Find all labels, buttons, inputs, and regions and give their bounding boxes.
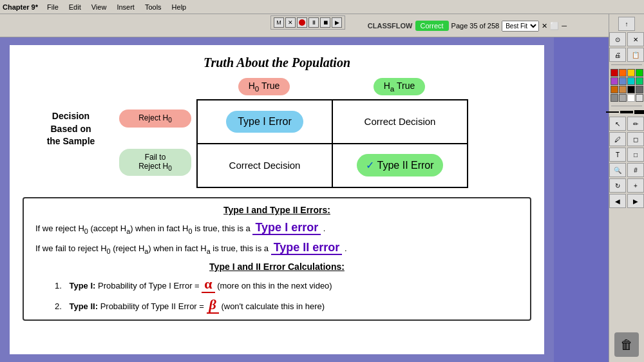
color-offwhite[interactable] [636, 94, 643, 102]
menu-view[interactable]: View [89, 3, 109, 12]
rt-btn-b[interactable]: ✕ [627, 32, 644, 46]
color-red[interactable] [611, 69, 618, 77]
type-i-error-text: Type I error [252, 221, 321, 235]
decision-label: DecisionBased onthe Sample [23, 78, 119, 148]
toolbar-row: M ✕ ⏸ ⏹ ▶ CLASSFLOW Correct Page 35 of 2… [0, 14, 644, 37]
rt-btn-a[interactable]: ⊙ [609, 32, 626, 46]
cell-correct-decision-1: Correct Decision [332, 100, 468, 144]
decision-label-text: DecisionBased onthe Sample [47, 111, 95, 146]
cell-correct-decision-2: Correct Decision [197, 144, 332, 187]
color-gray2[interactable] [611, 94, 618, 102]
rec-play-btn[interactable]: ▶ [332, 17, 342, 28]
calc-tool-btn[interactable]: # [627, 163, 644, 177]
rec-x-btn[interactable]: ✕ [285, 17, 296, 28]
calc-item-1-number: 1. [55, 281, 62, 291]
arrow-tool-btn[interactable]: ↖ [609, 117, 626, 131]
divider-1 [611, 64, 642, 65]
color-green2[interactable] [636, 77, 643, 85]
rt-tool-row-2: 🖊 ◻ [609, 132, 644, 146]
table-row-2: Correct Decision ✓ Type II Error [197, 144, 468, 187]
color-lightgray[interactable] [619, 94, 627, 102]
app-title: Chapter 9* [3, 3, 38, 11]
classflow-bar: CLASSFLOW Correct Page 35 of 258 Best Fi… [368, 14, 567, 37]
line2-end: . [345, 243, 347, 253]
rec-stop-btn[interactable]: ⏹ [320, 17, 330, 28]
prev-btn[interactable]: ◀ [609, 194, 626, 208]
main-content: Truth About the Population DecisionBased… [0, 37, 554, 362]
color-black[interactable] [627, 86, 635, 93]
color-blue-light[interactable] [619, 77, 627, 85]
decision-table: Type I Error Correct Decision Correct De… [196, 99, 468, 188]
color-orange[interactable] [619, 69, 627, 77]
info-line-2: If we fail to reject H0 (reject Ha) when… [35, 239, 518, 256]
rec-record-btn[interactable] [297, 17, 307, 28]
extra-tool-btn[interactable]: + [627, 178, 644, 193]
minimize-icon[interactable]: ─ [562, 22, 567, 30]
ha-true-label: Ha True [374, 78, 426, 95]
menu-tools[interactable]: Tools [142, 3, 164, 12]
zoom-tool-btn[interactable]: 🔍 [609, 163, 626, 177]
rt-export-btn[interactable]: ↑ [618, 17, 635, 31]
type-ii-error-badge: ✓ Type II Error [357, 154, 442, 176]
color-green[interactable] [636, 69, 643, 77]
menu-help[interactable]: Help [169, 3, 189, 12]
calc1-label: Type I: [69, 281, 95, 291]
calc-list: 1. Type I: Probability of Type I Error =… [35, 276, 518, 313]
rt-tool-row-4: 🔍 # [609, 163, 644, 177]
color-cyan[interactable] [627, 77, 635, 85]
rec-pause-btn[interactable]: ⏸ [308, 17, 319, 28]
line1-end: . [323, 224, 326, 233]
table-container: H0 True Ha True Reject H0 Fail toReject … [119, 78, 531, 188]
calc1-more: (more on this in the next video) [217, 281, 332, 291]
fit-mode-select[interactable]: Best Fit [502, 21, 539, 32]
calc-item-2: 2. Type II: Probability of Type II Error… [55, 296, 518, 313]
col-headers: H0 True Ha True [119, 78, 531, 95]
trash-icon[interactable]: 🗑 [614, 332, 639, 357]
rt-row-3: 🖨 📋 [609, 48, 644, 62]
color-purple[interactable] [611, 77, 618, 85]
h0-true-header: H0 True [196, 78, 332, 95]
close-icon[interactable]: ✕ [542, 22, 547, 30]
rt-print-btn[interactable]: 🖨 [609, 48, 626, 62]
resize-icon[interactable]: ⬜ [550, 22, 559, 30]
line2-text: If we fail to reject H0 (reject Ha) when… [35, 243, 271, 253]
info-line-1: If we reject H0 (accept Ha) when in fact… [35, 219, 518, 236]
menu-edit[interactable]: Edit [66, 3, 84, 12]
calc1-text: Probability of Type I Error = [98, 281, 202, 291]
text-tool-btn[interactable]: T [609, 148, 626, 162]
stroke-row [606, 110, 644, 114]
color-yellow[interactable] [627, 69, 635, 77]
rt-tool-row-3: T □ [609, 148, 644, 162]
rotate-tool-btn[interactable]: ↻ [609, 178, 626, 193]
calc-title: Type I and II Error Calculations: [35, 262, 518, 272]
table-with-row-labels: Reject H0 Fail toReject H0 Type I Error … [119, 99, 531, 188]
color-white[interactable] [627, 94, 635, 102]
decision-area: DecisionBased onthe Sample H0 True Ha Tr… [23, 78, 531, 188]
color-tan[interactable] [619, 86, 627, 93]
slide-title: Truth About the Population [204, 55, 350, 70]
ha-true-header: Ha True [332, 78, 467, 95]
alpha-symbol: α [202, 276, 214, 293]
stroke-thick[interactable] [634, 110, 644, 114]
color-grid [611, 69, 643, 102]
calc2-more: (won't calculate this in here) [221, 301, 325, 311]
color-gray[interactable] [636, 86, 643, 93]
highlight-tool-btn[interactable]: 🖊 [609, 132, 626, 146]
color-brown[interactable] [611, 86, 618, 93]
pen-mark: ✓ [366, 160, 377, 171]
shape-tool-btn[interactable]: □ [627, 148, 644, 162]
stroke-medium[interactable] [620, 111, 633, 113]
rt-copy-btn[interactable]: 📋 [627, 48, 644, 62]
correct-button[interactable]: Correct [415, 21, 449, 31]
menu-insert[interactable]: Insert [114, 3, 137, 12]
next-btn[interactable]: ▶ [627, 194, 644, 208]
stroke-thin[interactable] [606, 111, 619, 113]
menu-bar: Chapter 9* File Edit View Insert Tools H… [0, 0, 644, 14]
menu-file[interactable]: File [44, 3, 61, 12]
divider-2 [611, 106, 642, 106]
rec-m-btn[interactable]: M [274, 17, 284, 28]
pencil-tool-btn[interactable]: ✏ [627, 117, 644, 131]
calc-item-1: 1. Type I: Probability of Type I Error =… [55, 276, 518, 292]
eraser-tool-btn[interactable]: ◻ [627, 132, 644, 146]
slide: Truth About the Population DecisionBased… [10, 45, 544, 354]
